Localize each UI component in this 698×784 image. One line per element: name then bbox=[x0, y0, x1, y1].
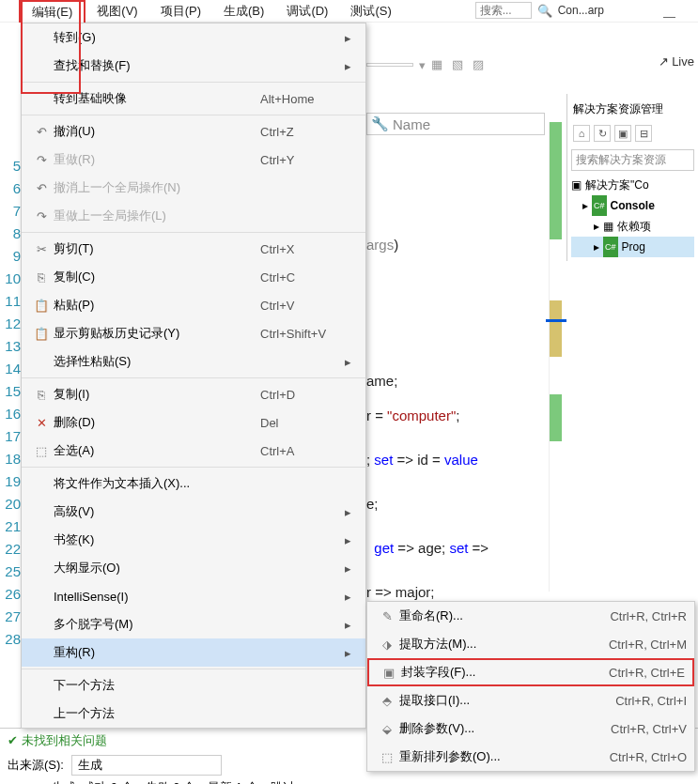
menu-item-label: 撤消上一个全局操作(N) bbox=[54, 179, 260, 196]
minimize-icon[interactable]: — bbox=[663, 9, 675, 23]
line-number: 19 bbox=[0, 470, 21, 493]
menu-item[interactable]: 转到(G)▸ bbox=[22, 23, 365, 52]
menu-item-shortcut: Ctrl+Shift+V bbox=[260, 327, 345, 341]
scrollbar-minimap[interactable] bbox=[549, 122, 562, 592]
menu-item-label: 书签(K) bbox=[54, 531, 260, 548]
toolbar-icon-1[interactable]: ▦ bbox=[431, 57, 446, 72]
menu-item[interactable]: 高级(V)▸ bbox=[22, 498, 365, 526]
menu-item[interactable]: 下一个方法 bbox=[22, 671, 365, 699]
menu-project[interactable]: 项目(P) bbox=[149, 1, 212, 22]
line-number: 25 bbox=[0, 561, 21, 583]
search-icon[interactable]: 🔍 bbox=[537, 4, 552, 18]
project-node[interactable]: ▸ C# Console bbox=[571, 195, 694, 216]
menu-item-label: 查找和替换(F) bbox=[54, 57, 260, 74]
menu-item[interactable]: 选择性粘贴(S)▸ bbox=[22, 347, 365, 376]
line-number: 10 bbox=[0, 268, 21, 290]
toolbox-icon[interactable]: ▣ bbox=[614, 125, 631, 142]
menu-item[interactable]: ⬚全选(A)Ctrl+A bbox=[22, 437, 365, 465]
solution-node[interactable]: ▣解决方案"Co bbox=[571, 175, 694, 195]
check-icon: ✔ bbox=[8, 733, 18, 747]
member-dropdown[interactable]: 🔧 Name bbox=[366, 113, 545, 135]
solution-search-input[interactable]: 搜索解决方案资源 bbox=[571, 149, 694, 171]
line-number: 11 bbox=[0, 290, 21, 313]
menu-item-icon: ⎘ bbox=[29, 270, 54, 284]
solution-explorer-title: 解决方案资源管理 bbox=[571, 98, 694, 121]
line-number: 15 bbox=[0, 380, 21, 403]
refactor-item-label: 提取接口(I)... bbox=[399, 692, 615, 709]
toolbar-icon-3[interactable]: ▨ bbox=[473, 57, 488, 72]
menu-item-label: 撤消(U) bbox=[54, 123, 260, 140]
menu-edit[interactable]: 编辑(E) bbox=[19, 0, 85, 23]
menu-item[interactable]: ⎘复制(C)Ctrl+C bbox=[22, 263, 365, 291]
refactor-item[interactable]: ▣封装字段(F)...Ctrl+R, Ctrl+E bbox=[367, 658, 694, 686]
search-input[interactable] bbox=[475, 2, 532, 19]
refactor-item-label: 提取方法(M)... bbox=[399, 636, 609, 653]
menu-item[interactable]: IntelliSense(I)▸ bbox=[22, 582, 365, 610]
menu-item-label: 转到(G) bbox=[54, 29, 260, 46]
submenu-arrow-icon: ▸ bbox=[345, 646, 358, 660]
program-file-node[interactable]: ▸ C# Prog bbox=[571, 237, 694, 257]
menu-item[interactable]: 查找和替换(F)▸ bbox=[22, 52, 365, 80]
menu-build[interactable]: 生成(B) bbox=[212, 1, 275, 22]
menu-view[interactable]: 视图(V) bbox=[85, 1, 148, 22]
refactor-item[interactable]: ✎重命名(R)...Ctrl+R, Ctrl+R bbox=[367, 602, 694, 630]
minimap-caret bbox=[546, 319, 566, 322]
refactor-item[interactable]: ⬘提取接口(I)...Ctrl+R, Ctrl+I bbox=[367, 686, 694, 715]
menu-item-label: 删除(D) bbox=[54, 414, 260, 431]
menu-item[interactable]: 上一个方法 bbox=[22, 699, 365, 728]
home-icon[interactable]: ⌂ bbox=[573, 125, 590, 142]
chevron-down-icon[interactable]: ▾ bbox=[419, 58, 426, 72]
line-number: 17 bbox=[0, 425, 21, 448]
menu-item[interactable]: 📋粘贴(P)Ctrl+V bbox=[22, 291, 365, 319]
menu-item-label: 上一个方法 bbox=[54, 705, 260, 722]
refactor-item-icon: ⬘ bbox=[375, 694, 399, 708]
menu-debug[interactable]: 调试(D) bbox=[275, 1, 339, 22]
dependencies-node[interactable]: ▸ ▦ 依赖项 bbox=[571, 216, 694, 237]
collapse-icon[interactable]: ⊟ bbox=[635, 125, 652, 142]
refactor-item[interactable]: ⬙删除参数(V)...Ctrl+R, Ctrl+V bbox=[367, 715, 694, 743]
refresh-icon[interactable]: ↻ bbox=[594, 125, 611, 142]
menu-item-shortcut: Ctrl+Z bbox=[260, 125, 345, 139]
menu-item-label: 大纲显示(O) bbox=[54, 560, 260, 576]
line-number: 6 bbox=[0, 177, 21, 200]
menu-item[interactable]: 书签(K)▸ bbox=[22, 526, 365, 554]
menu-item-shortcut: Ctrl+V bbox=[260, 299, 345, 313]
refactor-item-icon: ⬙ bbox=[375, 722, 399, 736]
menu-item[interactable]: 大纲显示(O)▸ bbox=[22, 554, 365, 582]
active-tab[interactable]: Con...arp bbox=[558, 4, 604, 17]
code-editor[interactable]: 🔧 Name args) ame; r = "computer"; ; set … bbox=[366, 113, 562, 600]
menu-item-label: 重做(R) bbox=[54, 151, 260, 168]
menu-item-icon: 📋 bbox=[29, 299, 54, 313]
submenu-arrow-icon: ▸ bbox=[345, 618, 358, 632]
menu-item[interactable]: ⎘复制(I)Ctrl+D bbox=[22, 380, 365, 408]
submenu-arrow-icon: ▸ bbox=[345, 561, 358, 576]
menu-item[interactable]: 📋显示剪贴板历史记录(Y)Ctrl+Shift+V bbox=[22, 319, 365, 347]
menu-item-icon: ↷ bbox=[29, 209, 54, 223]
menu-item[interactable]: ✂剪切(T)Ctrl+X bbox=[22, 235, 365, 263]
refactor-item[interactable]: ⬚重新排列参数(O)...Ctrl+R, Ctrl+O bbox=[367, 743, 694, 771]
menu-item[interactable]: ↶撤消(U)Ctrl+Z bbox=[22, 117, 365, 146]
menu-item[interactable]: 将文件作为文本插入(X)... bbox=[22, 469, 365, 498]
menu-item-shortcut: Ctrl+D bbox=[260, 388, 345, 402]
line-number: 12 bbox=[0, 313, 21, 335]
menu-item-label: 选择性粘贴(S) bbox=[54, 353, 260, 370]
menu-test[interactable]: 测试(S) bbox=[339, 1, 402, 22]
toolbar-icon-2[interactable]: ▧ bbox=[452, 57, 467, 72]
menu-item-icon: ↶ bbox=[29, 125, 54, 139]
menu-item[interactable]: ✕删除(D)Del bbox=[22, 408, 365, 437]
live-share-button[interactable]: ↗ Live bbox=[659, 54, 694, 69]
config-select[interactable] bbox=[366, 63, 413, 67]
menu-item-label: 剪切(T) bbox=[54, 240, 260, 257]
menu-item-label: 多个脱字号(M) bbox=[54, 616, 260, 633]
solution-explorer: 解决方案资源管理 ⌂ ↻ ▣ ⊟ 搜索解决方案资源 ▣解决方案"Co ▸ C# … bbox=[566, 94, 698, 261]
menu-item[interactable]: 转到基础映像Alt+Home bbox=[22, 85, 365, 113]
refactor-item[interactable]: ⬗提取方法(M)...Ctrl+R, Ctrl+M bbox=[367, 630, 694, 658]
line-number: 28 bbox=[0, 628, 21, 651]
menu-item-shortcut: Del bbox=[260, 416, 345, 430]
menu-item-shortcut: Ctrl+C bbox=[260, 270, 345, 284]
output-source-select[interactable]: 生成 bbox=[71, 755, 222, 776]
refactor-item-shortcut: Ctrl+R, Ctrl+V bbox=[611, 722, 687, 736]
menu-item[interactable]: 多个脱字号(M)▸ bbox=[22, 610, 365, 638]
menu-item[interactable]: 重构(R)▸ bbox=[22, 638, 365, 667]
line-number: 27 bbox=[0, 606, 21, 628]
